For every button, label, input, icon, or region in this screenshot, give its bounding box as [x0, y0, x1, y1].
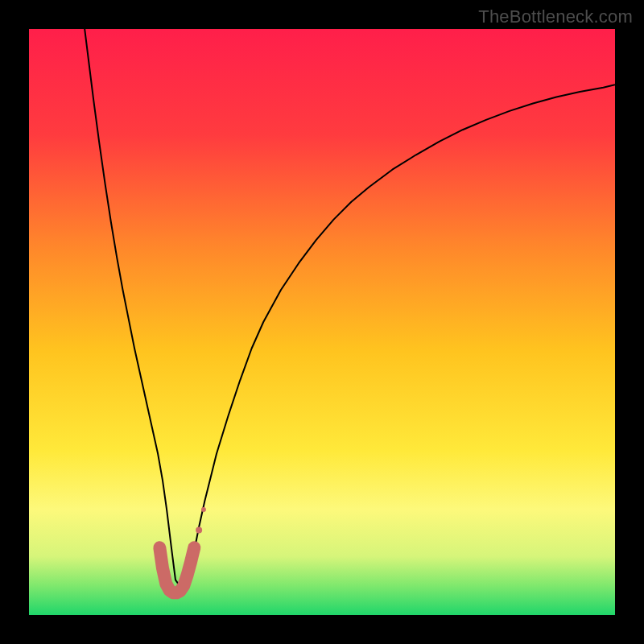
highlight-dot: [196, 526, 202, 533]
chart-background: [29, 29, 615, 615]
chart-svg: [29, 29, 615, 615]
watermark-text: TheBottleneck.com: [478, 6, 633, 27]
highlight-dot: [186, 557, 196, 567]
chart-frame: TheBottleneck.com: [0, 0, 644, 644]
plot-area: [29, 29, 615, 615]
highlight-dot: [201, 507, 206, 512]
highlight-dot: [190, 543, 198, 551]
